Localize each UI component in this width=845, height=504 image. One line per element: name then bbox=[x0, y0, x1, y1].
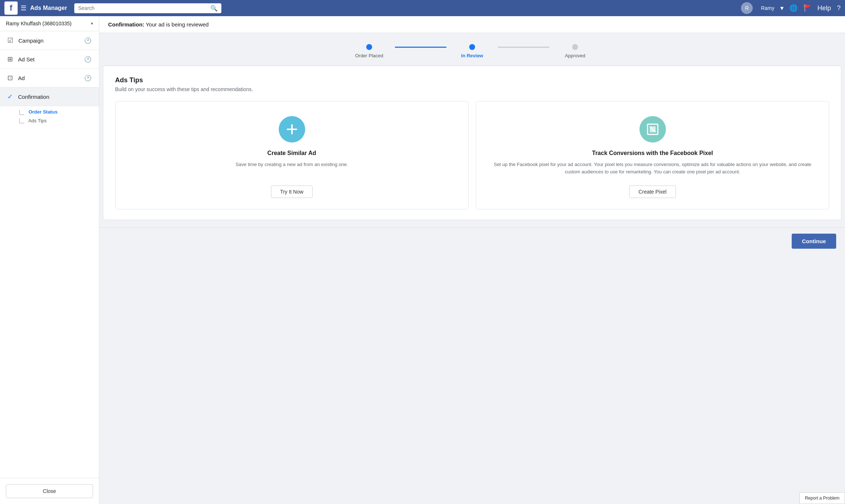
search-input[interactable] bbox=[78, 5, 210, 11]
ads-manager-title: Ads Manager bbox=[30, 5, 67, 11]
top-nav: f ☰ Ads Manager 🔍 R Ramy ▾ 🌐 🚩 Help ? bbox=[0, 0, 845, 16]
ad-icon: ⊡ bbox=[7, 74, 13, 82]
clock-icon: 🕐 bbox=[84, 75, 92, 82]
sidebar-item-confirmation[interactable]: ✓ Confirmation bbox=[0, 87, 99, 106]
sidebar-item-campaign[interactable]: ☑ Campaign 🕐 bbox=[0, 31, 99, 50]
step-label-order-placed: Order Placed bbox=[355, 53, 384, 58]
step-approved: Approved bbox=[549, 44, 601, 58]
hamburger-icon[interactable]: ☰ bbox=[21, 4, 26, 12]
ads-tips-section: Ads Tips Build on your success with thes… bbox=[103, 66, 841, 220]
facebook-logo: f bbox=[4, 1, 18, 15]
step-order-placed: Order Placed bbox=[343, 44, 395, 58]
nav-right: R Ramy ▾ 🌐 🚩 Help ? bbox=[741, 2, 841, 14]
stepper: Order Placed In Review Approved bbox=[343, 44, 601, 58]
close-button[interactable]: Close bbox=[6, 484, 93, 498]
step-in-review: In Review bbox=[446, 44, 498, 58]
sidebar-sub-items: Order Status Ads Tips bbox=[0, 106, 99, 128]
step-dot-order-placed bbox=[366, 44, 372, 50]
confirmation-prefix: Confirmation: bbox=[108, 21, 144, 28]
step-label-approved: Approved bbox=[565, 53, 585, 58]
try-it-now-button[interactable]: Try It Now bbox=[271, 186, 313, 198]
sidebar: Ramy Khuffash (368010335) ▾ ☑ Campaign 🕐… bbox=[0, 16, 99, 504]
tip-card-track-conversions: Track Conversions with the Facebook Pixe… bbox=[476, 101, 829, 209]
step-connector-1 bbox=[395, 47, 446, 48]
avatar: R bbox=[741, 2, 753, 14]
content-area: Order Placed In Review Approved Ad bbox=[99, 33, 845, 504]
help-label: Help bbox=[817, 4, 831, 12]
tip-card-1-title: Create Similar Ad bbox=[267, 150, 316, 156]
sidebar-item-label: Ad bbox=[18, 75, 84, 81]
help-icon[interactable]: ? bbox=[837, 4, 841, 12]
ads-tips-subtitle: Build on your success with these tips an… bbox=[115, 86, 829, 92]
search-bar: 🔍 bbox=[74, 3, 221, 13]
adset-icon: ⊞ bbox=[7, 55, 13, 63]
sidebar-sub-ads-tips[interactable]: Ads Tips bbox=[19, 116, 99, 125]
sub-bullet-icon bbox=[19, 110, 24, 115]
main-content: Confirmation: Your ad is being reviewed … bbox=[99, 16, 845, 504]
tips-cards: Create Similar Ad Save time by creating … bbox=[115, 101, 829, 209]
sidebar-sub-order-status[interactable]: Order Status bbox=[19, 108, 99, 116]
confirmation-message: Your ad is being reviewed bbox=[146, 21, 208, 28]
user-name: Ramy bbox=[761, 5, 774, 11]
clock-icon: 🕐 bbox=[84, 37, 92, 44]
account-selector[interactable]: Ramy Khuffash (368010335) ▾ bbox=[0, 16, 99, 31]
sidebar-bottom: Close bbox=[0, 478, 99, 504]
create-pixel-button[interactable]: Create Pixel bbox=[629, 186, 675, 198]
create-similar-icon bbox=[279, 116, 305, 143]
track-conversions-icon bbox=[639, 116, 666, 143]
sidebar-item-label: Campaign bbox=[18, 37, 84, 44]
search-icon: 🔍 bbox=[210, 5, 218, 12]
chevron-down-icon: ▾ bbox=[91, 21, 93, 26]
report-problem-button[interactable]: Report a Problem bbox=[799, 492, 845, 504]
tip-card-2-desc: Set up the Facebook pixel for your ad ac… bbox=[487, 161, 818, 175]
sub-bullet-icon bbox=[19, 118, 24, 123]
sidebar-item-label: Confirmation bbox=[18, 94, 92, 100]
check-icon: ✓ bbox=[7, 93, 13, 101]
progress-section: Order Placed In Review Approved bbox=[99, 33, 845, 66]
chevron-down-icon[interactable]: ▾ bbox=[780, 4, 784, 12]
sidebar-item-ad[interactable]: ⊡ Ad 🕐 bbox=[0, 69, 99, 87]
step-dot-approved bbox=[572, 44, 578, 50]
account-name: Ramy Khuffash (368010335) bbox=[6, 21, 91, 26]
continue-button[interactable]: Continue bbox=[792, 234, 836, 249]
page-header: Confirmation: Your ad is being reviewed bbox=[99, 16, 845, 33]
step-label-in-review: In Review bbox=[461, 53, 483, 58]
sidebar-item-adset[interactable]: ⊞ Ad Set 🕐 bbox=[0, 50, 99, 69]
campaign-icon: ☑ bbox=[7, 36, 13, 44]
app-layout: Ramy Khuffash (368010335) ▾ ☑ Campaign 🕐… bbox=[0, 0, 845, 504]
clock-icon: 🕐 bbox=[84, 56, 92, 63]
footer-bar: Continue bbox=[99, 227, 845, 255]
ads-tips-title: Ads Tips bbox=[115, 76, 829, 84]
step-connector-2 bbox=[498, 47, 549, 48]
flag-icon[interactable]: 🚩 bbox=[803, 4, 812, 12]
sidebar-item-label: Ad Set bbox=[18, 56, 84, 62]
tip-card-create-similar: Create Similar Ad Save time by creating … bbox=[115, 101, 468, 209]
globe-icon[interactable]: 🌐 bbox=[789, 4, 798, 12]
step-dot-in-review bbox=[469, 44, 475, 50]
tip-card-1-desc: Save time by creating a new ad from an e… bbox=[236, 161, 348, 175]
tip-card-2-title: Track Conversions with the Facebook Pixe… bbox=[592, 150, 713, 156]
